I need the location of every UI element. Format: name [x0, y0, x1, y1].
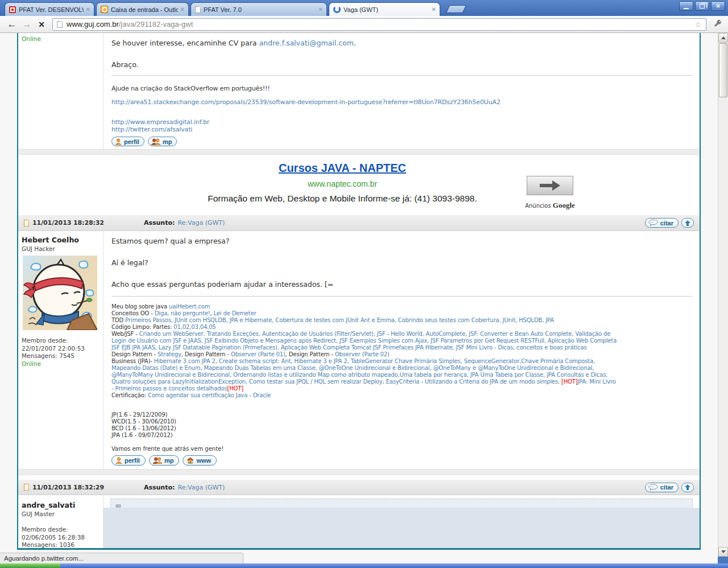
inline-link[interactable]: JPA: Mini Livro	[577, 378, 615, 385]
scrollbar-up-button[interactable]	[718, 33, 728, 43]
quote-button[interactable]: citar	[645, 483, 679, 492]
signature-line: Código Limpo: Partes: 01,02,03,04,05	[111, 324, 693, 331]
inline-link[interactable]: andre.f.salvati@gmail.com	[259, 39, 353, 47]
restore-button[interactable]	[695, 1, 709, 11]
tab-close-icon[interactable]: ✕	[429, 6, 436, 13]
tab-outlook[interactable]: Caixa de entrada - Outlook W ✕	[96, 2, 189, 16]
signature-line: http://area51.stackexchange.com/proposal…	[111, 98, 693, 106]
username[interactable]: andre_salvati	[22, 501, 100, 509]
inline-link[interactable]: http://twitter.com/afsalvati	[111, 126, 192, 133]
unrendered-content-area	[104, 508, 700, 550]
quote-bubble-icon	[648, 219, 658, 227]
taskbar-start-segment[interactable]	[0, 563, 60, 568]
www-label: www	[196, 457, 211, 464]
ad-google-unit: Anúncios Google	[516, 176, 584, 210]
url-path: /java/291182-vaga-gwt	[119, 20, 193, 28]
close-button[interactable]: ✕	[711, 1, 725, 11]
inline-link[interactable]: Login de Usuário com JSF e JAAS, JSF Exi…	[111, 337, 617, 344]
text-segment: Design Pattern -	[111, 351, 158, 357]
text-segment: Estamos quem? qual a empresa?	[111, 237, 229, 245]
text-segment: [HOT]	[227, 385, 243, 392]
scrollbar-down-button[interactable]	[718, 547, 728, 557]
bookmark-star-icon[interactable]: ☆	[694, 20, 702, 29]
tab-close-icon[interactable]: ✕	[316, 6, 323, 13]
minimize-button[interactable]	[679, 1, 693, 11]
scrollbar-thumb[interactable]	[719, 43, 727, 97]
inline-link[interactable]: @ManyToMany Unidirecional e Bidirecional…	[111, 372, 607, 378]
website-button[interactable]: www	[183, 455, 217, 466]
pm-label: mp	[163, 138, 172, 145]
restore-icon	[700, 4, 705, 9]
inline-link[interactable]: Observer (Parte 02)	[335, 351, 390, 357]
tab-strip: PFAT Ver. DESENVOLVIMENTO ✕ Caixa de ent…	[0, 0, 728, 16]
signature-line: Design Pattern - Strategy, Design Patter…	[111, 351, 693, 358]
vertical-scrollbar[interactable]	[718, 33, 728, 557]
ad-url[interactable]: www.naptec.com.br	[98, 179, 587, 188]
profile-button[interactable]: perfil	[111, 455, 146, 466]
tab-close-icon[interactable]: ✕	[84, 6, 90, 13]
inline-link[interactable]: Primeiros Passos, JUnit com HSQLDB, JPA …	[125, 317, 554, 323]
url-page-icon	[57, 21, 63, 28]
inline-link[interactable]: uaiHebert.com	[169, 303, 210, 310]
member-since-date: 22/01/2007 22:00:53	[22, 345, 100, 353]
inline-link[interactable]: Strategy	[158, 351, 181, 357]
private-message-button[interactable]: mp	[148, 137, 177, 146]
ad-sponsor-prefix: Anúncios	[525, 203, 551, 209]
quote-button[interactable]: citar	[645, 218, 679, 228]
profile-button[interactable]: perfil	[111, 137, 144, 146]
text-segment: Meu blog sobre java	[111, 303, 169, 310]
wrench-icon	[713, 19, 722, 27]
tab-pfat-7[interactable]: PFAT Ver. 7.0 ✕	[191, 2, 327, 16]
subject-label: Assunto:	[144, 484, 175, 491]
scroll-top-button[interactable]	[681, 218, 694, 228]
inline-link[interactable]: Criando um WebServer, Tratando Exceções,…	[139, 331, 611, 337]
back-button[interactable]: ←	[5, 19, 19, 30]
scroll-top-button[interactable]	[681, 483, 694, 492]
guj-favicon-icon	[333, 6, 341, 13]
tab-title: PFAT Ver. DESENVOLVIMENTO	[19, 6, 84, 13]
arrow-right-icon	[539, 179, 561, 192]
inline-link[interactable]: 01,02,03,04,05	[173, 324, 216, 330]
username[interactable]: Hebert Coelho	[22, 236, 100, 244]
signature-line: Mapeando Datas (Date) e Enum, Mapeando D…	[111, 365, 693, 372]
inline-link[interactable]: http://area51.stackexchange.com/proposal…	[111, 98, 500, 106]
tab-close-icon[interactable]: ✕	[178, 6, 185, 13]
ad-title-link[interactable]: Cursos JAVA - NAPTEC	[98, 162, 587, 175]
stop-button[interactable]: ✕	[34, 20, 49, 29]
post-paragraph: Acho que essas perguntas poderiam ajudar…	[111, 280, 693, 289]
certification-line: WCD(1.5 - 30/06/2010)	[111, 418, 693, 425]
inline-link[interactable]: JSF EJB JPA JAAS, Lazy JSF Datatable Pag…	[111, 344, 587, 351]
private-message-button[interactable]: mp	[149, 455, 180, 466]
inline-link[interactable]: Quatro soluções para LazyInitializationE…	[111, 378, 561, 385]
post-header: 11/01/2013 18:32:29 Assunto: Re:Vaga (GW…	[18, 480, 700, 495]
window-controls: ✕	[679, 1, 725, 11]
avatar	[23, 256, 97, 330]
tab-pfat-dev[interactable]: PFAT Ver. DESENVOLVIMENTO ✕	[5, 2, 94, 16]
certification-line: JP(1.6 - 29/12/2009)	[111, 411, 693, 418]
taskbar-segment	[60, 563, 728, 568]
new-tab-button[interactable]	[446, 5, 467, 13]
subject-link[interactable]: Re:Vaga (GWT)	[177, 219, 225, 227]
ad-sponsor-caption[interactable]: Anúncios Google	[516, 201, 584, 210]
subject-link[interactable]: Re:Vaga (GWT)	[177, 484, 225, 491]
tab-vaga-gwt-active[interactable]: Vaga (GWT) ✕	[329, 2, 440, 16]
address-bar[interactable]: www.guj.com.br/java/291182-vaga-gwt ☆	[52, 18, 706, 31]
inline-link[interactable]: Mapeando Datas (Date) e Enum, Mapeando D…	[111, 365, 594, 371]
post-paragraph: Se houver interesse, encaminhe CV para a…	[111, 39, 693, 48]
inline-link[interactable]: - Primeiros passos e conceitos detalhado…	[111, 385, 227, 392]
post-paragraph: Aí é legal?	[111, 258, 693, 267]
forward-button[interactable]: →	[19, 19, 34, 30]
user-rank: GUJ Hacker	[22, 245, 100, 252]
ad-arrow-button[interactable]	[527, 176, 573, 195]
inline-link[interactable]: Lei de Demeter	[214, 310, 257, 316]
wrench-menu-button[interactable]	[711, 19, 723, 30]
inline-link[interactable]: http://www.empresadigital.inf.br	[111, 118, 209, 126]
inline-link[interactable]: Diga, não pergunte!	[155, 310, 210, 316]
inline-link[interactable]: Como agendar sua certificação Java - Ora…	[148, 392, 271, 398]
text-segment: Certificação:	[111, 392, 148, 398]
close-icon: ✕	[715, 3, 720, 9]
inline-link[interactable]: Observer (Parte 01)	[231, 351, 286, 357]
pm-label: mp	[164, 457, 174, 464]
inline-link[interactable]: Hibernate 3 com JPA 2, Create schema scr…	[154, 358, 595, 364]
online-status: Online	[22, 360, 100, 368]
